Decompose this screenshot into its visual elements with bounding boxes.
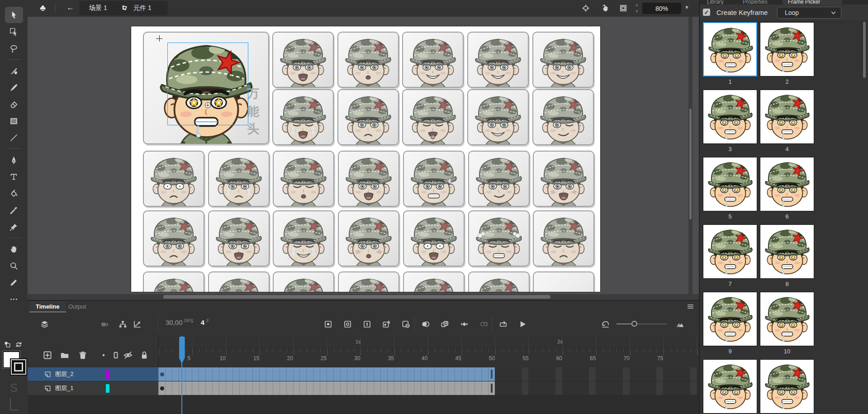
timeline-reset-loop-button[interactable] — [600, 319, 611, 329]
dot-col-icon[interactable] — [99, 350, 109, 360]
tool-subselection[interactable] — [5, 24, 23, 40]
vscroll-thumb[interactable] — [689, 109, 692, 219]
tool-more[interactable] — [5, 291, 23, 307]
timeline-kf-auto-button[interactable] — [381, 319, 392, 329]
canvas-tile[interactable] — [337, 32, 399, 88]
canvas-tile[interactable] — [402, 89, 464, 145]
timeline-frame-delete-button[interactable] — [400, 319, 411, 329]
tool-eraser[interactable] — [5, 96, 23, 112]
current-frame-value[interactable]: 4 — [201, 319, 204, 326]
lock-icon[interactable] — [139, 350, 149, 360]
canvas-vertical-scrollbar[interactable] — [688, 17, 693, 294]
duplicate-frame-icon[interactable] — [857, 9, 865, 17]
frame-thumbnail-10[interactable] — [760, 292, 814, 346]
tool-selection[interactable] — [5, 7, 23, 23]
stage-pasteboard[interactable]: 万能头 — [28, 17, 699, 300]
panel-menu-icon[interactable] — [687, 303, 694, 310]
selection-rect[interactable] — [167, 43, 248, 125]
app-menu-clubs-icon[interactable]: ♣ — [40, 3, 46, 13]
tool-paint-bucket[interactable] — [5, 185, 23, 201]
stage-canvas[interactable]: 万能头 — [131, 26, 600, 292]
layer-color-chip[interactable] — [106, 384, 109, 393]
frame-thumbnail-7[interactable] — [703, 224, 757, 279]
tool-zoom[interactable] — [5, 257, 23, 274]
breadcrumb-symbol[interactable]: 元件 1 — [133, 4, 152, 12]
tool-line[interactable] — [5, 129, 23, 146]
timeline-graph-button[interactable] — [132, 319, 142, 329]
frame-thumbnail-9[interactable] — [703, 292, 757, 346]
canvas-tile[interactable] — [533, 151, 594, 207]
fps-value[interactable]: 30,00 — [166, 319, 183, 326]
timeline-onion-button[interactable] — [420, 319, 431, 329]
slider-knob[interactable] — [631, 321, 637, 327]
frame-thumbnail-3[interactable] — [703, 90, 757, 144]
tool-eyedropper[interactable] — [5, 202, 23, 218]
timeline-play-button[interactable] — [517, 319, 528, 329]
timeline-hierarchy-button[interactable] — [117, 319, 128, 329]
canvas-tile[interactable] — [273, 210, 334, 266]
breadcrumb-scene[interactable]: 场景 1 — [89, 4, 107, 12]
tool-brush[interactable] — [5, 79, 23, 95]
trash-icon[interactable] — [78, 350, 88, 360]
keyframe-dot[interactable] — [160, 372, 164, 376]
canvas-tile[interactable] — [403, 151, 465, 207]
tool-hand[interactable] — [5, 241, 23, 257]
frame-thumbnail-11[interactable] — [703, 359, 757, 414]
tab-timeline[interactable]: Timeline — [29, 301, 66, 313]
canvas-tile[interactable] — [272, 89, 334, 145]
timeline-loop-play-button[interactable] — [498, 319, 508, 329]
frame-thumbnail-12[interactable] — [760, 359, 814, 414]
swap-colors-arrow-icon[interactable] — [15, 341, 23, 348]
canvas-tile[interactable] — [143, 151, 204, 207]
panel-scrollbar[interactable] — [863, 22, 866, 78]
tool-rectangle[interactable] — [5, 113, 23, 129]
tool-text[interactable] — [5, 168, 23, 185]
stroke-color-swatch[interactable] — [11, 359, 26, 375]
clip-content-icon[interactable] — [619, 4, 627, 12]
frame-ruler[interactable]: 1s2s 51015202530354045505560657075 — [158, 336, 699, 367]
layer-row-图层_1[interactable]: 图层_1 — [28, 381, 158, 395]
canvas-tile[interactable] — [467, 32, 529, 88]
canvas-tile[interactable] — [272, 32, 334, 88]
tool-fluid-brush[interactable] — [5, 62, 23, 79]
hscroll-thumb[interactable] — [163, 295, 550, 299]
timeline-anim-dim-button[interactable] — [478, 319, 489, 329]
canvas-tile[interactable] — [338, 210, 399, 266]
timeline-camera-button[interactable] — [99, 319, 110, 329]
canvas-tile[interactable] — [468, 210, 530, 266]
frame-thumbnail-8[interactable] — [760, 224, 814, 279]
frame-thumbnail-4[interactable] — [760, 90, 814, 144]
zoom-dropdown-chevron-icon[interactable]: ▼ — [684, 5, 689, 10]
create-keyframe-checkbox[interactable]: ✓ — [703, 9, 710, 16]
canvas-tile[interactable] — [338, 151, 399, 207]
folder-icon[interactable] — [60, 350, 70, 360]
layer-frames-track[interactable] — [158, 381, 699, 395]
frame-thumbnail-2[interactable] — [760, 22, 814, 76]
panel-tab-frame-picker[interactable]: Frame Picker — [783, 0, 842, 5]
add-layer-icon[interactable] — [43, 350, 52, 360]
layer-row-图层_2[interactable]: 图层_2 — [28, 367, 158, 381]
canvas-tile[interactable] — [273, 271, 334, 292]
timeline-frame-insert-button[interactable] — [361, 319, 372, 329]
frame-thumbnail-1[interactable] — [703, 22, 757, 76]
pin-panel-icon[interactable] — [844, 9, 853, 17]
swap-colors-squares-icon[interactable] — [4, 341, 11, 348]
zoom-stepper[interactable]: ˄˅ — [634, 3, 640, 14]
transform-origin-icon[interactable] — [205, 102, 211, 108]
frame-span[interactable] — [158, 367, 495, 381]
rotate-hand-icon[interactable] — [601, 4, 609, 12]
layer-frames-track[interactable] — [158, 367, 699, 381]
center-stage-icon[interactable] — [582, 4, 590, 12]
canvas-tile[interactable] — [143, 210, 204, 266]
canvas-tile[interactable] — [143, 271, 204, 292]
layer-color-chip[interactable] — [106, 370, 109, 379]
timeline-zoom-slider[interactable] — [617, 324, 667, 324]
canvas-tile[interactable] — [467, 89, 529, 145]
canvas-tile[interactable] — [468, 271, 530, 292]
eye-slash-icon[interactable] — [123, 350, 133, 360]
canvas-tile[interactable] — [532, 32, 594, 88]
frame-thumbnail-6[interactable] — [760, 157, 814, 211]
timeline-kf-insert-button[interactable] — [323, 319, 333, 329]
timeline-multi-frame-button[interactable] — [439, 319, 450, 329]
canvas-tile[interactable] — [273, 151, 334, 207]
